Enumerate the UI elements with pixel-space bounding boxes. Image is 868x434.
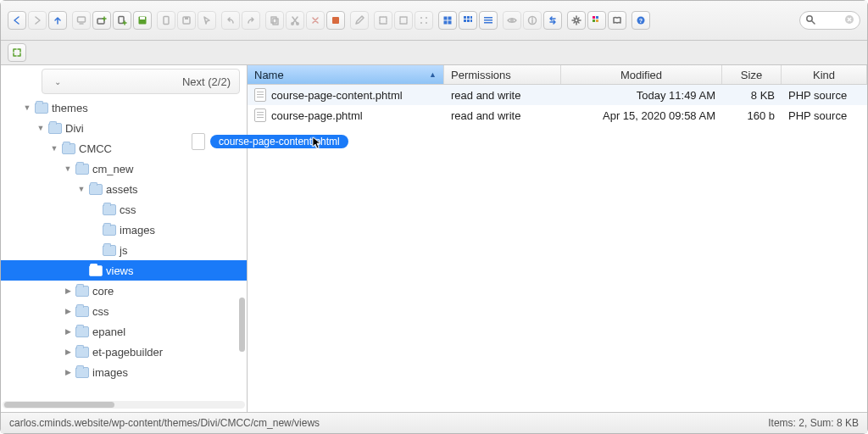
tree-item-divi[interactable]: ▼Divi [1, 118, 247, 138]
column-name-label: Name [254, 69, 284, 81]
disclosure-icon[interactable]: ▼ [23, 103, 31, 112]
file-row[interactable]: course-page-content.phtmlread and writeT… [248, 85, 867, 105]
tree-item-label: themes [52, 102, 240, 114]
folder-icon [75, 326, 89, 337]
select-dashed-icon[interactable] [394, 11, 413, 30]
column-name[interactable]: Name ▲ [248, 65, 444, 84]
folder-icon [89, 184, 103, 195]
column-permissions[interactable]: Permissions [444, 65, 561, 84]
tree-item-label: images [120, 224, 240, 236]
svg-rect-13 [380, 17, 387, 24]
view-large-icon[interactable] [438, 11, 457, 30]
tree-item-themes[interactable]: ▼themes [1, 97, 247, 118]
copy-icon[interactable] [265, 11, 284, 30]
column-size[interactable]: Size [722, 65, 782, 84]
tree-item-et-pagebuilder[interactable]: ▶et-pagebuilder [1, 342, 247, 362]
column-kind[interactable]: Kind [782, 65, 867, 84]
file-rows[interactable]: course-page-content.phtmlread and writeT… [248, 85, 867, 412]
file-list-header[interactable]: Name ▲ Permissions Modified Size Kind [248, 65, 867, 85]
forward-button[interactable] [28, 11, 47, 30]
tree-item-js[interactable]: js [1, 240, 247, 260]
view-list-icon[interactable] [479, 11, 498, 30]
disclosure-icon[interactable]: ▶ [64, 287, 72, 295]
monitor-icon[interactable] [72, 11, 91, 30]
disclosure-icon[interactable]: ▼ [36, 124, 45, 132]
save-icon[interactable] [177, 11, 196, 30]
file-row[interactable]: course-page.phtmlread and writeApr 15, 2… [248, 105, 867, 125]
tree-item-css[interactable]: ▶css [1, 301, 247, 321]
tree-nav-label: Next (2/2) [182, 75, 231, 88]
svg-rect-21 [444, 21, 448, 25]
folder-icon [103, 225, 116, 236]
svg-rect-9 [273, 19, 278, 25]
search-icon [805, 14, 815, 27]
new-file-icon[interactable] [113, 11, 131, 30]
pointer-icon[interactable] [198, 11, 216, 30]
svg-point-15 [420, 17, 422, 19]
tree-item-cm_new[interactable]: ▼cm_new [1, 159, 247, 179]
status-path: carlos.cminds.website/wp-content/themes/… [9, 417, 320, 429]
disclosure-icon[interactable]: ▼ [77, 185, 86, 193]
delete-icon[interactable] [306, 11, 325, 30]
undo-icon[interactable] [221, 11, 240, 30]
file-permissions: read and write [444, 109, 561, 122]
cut-icon[interactable] [286, 11, 304, 30]
fullscreen-icon[interactable] [8, 43, 26, 62]
disclosure-icon[interactable]: ▶ [64, 368, 72, 376]
page-icon[interactable] [157, 11, 175, 30]
column-modified[interactable]: Modified [561, 65, 722, 84]
app-icon[interactable] [326, 11, 345, 30]
tree-item-css[interactable]: css [1, 199, 247, 220]
disclosure-icon[interactable]: ▶ [64, 348, 72, 356]
up-button[interactable] [48, 11, 67, 30]
apps-icon[interactable] [587, 11, 606, 30]
tree-scrollbar-horizontal[interactable] [3, 401, 245, 409]
gear-icon[interactable] [567, 11, 586, 30]
folder-icon [62, 143, 75, 154]
file-size: 8 KB [722, 89, 782, 102]
tree-item-label: css [92, 305, 240, 318]
disclosure-icon[interactable]: ▼ [64, 164, 72, 173]
edit-icon[interactable] [350, 11, 369, 30]
select-rect-icon[interactable] [374, 11, 392, 30]
svg-rect-37 [593, 19, 595, 22]
svg-rect-24 [467, 16, 470, 19]
chevron-down-icon: ⌄ [54, 77, 61, 86]
svg-rect-23 [464, 16, 466, 19]
svg-rect-12 [332, 17, 339, 24]
search-field[interactable] [799, 11, 860, 30]
view-small-icon[interactable] [459, 11, 477, 30]
tree-item-images[interactable]: images [1, 220, 247, 240]
disclosure-icon[interactable]: ▼ [50, 144, 58, 153]
svg-point-18 [426, 22, 427, 24]
disclosure-icon[interactable]: ▶ [64, 327, 72, 336]
folder-icon [103, 204, 116, 215]
book-icon[interactable] [608, 11, 626, 30]
clear-search-icon[interactable] [844, 14, 854, 27]
svg-rect-22 [448, 21, 452, 25]
help-icon[interactable]: ? [632, 11, 650, 30]
back-button[interactable] [8, 11, 26, 30]
save-disk-icon[interactable] [133, 11, 152, 30]
tree-nav-dropdown[interactable]: ⌄ Next (2/2) [42, 69, 240, 94]
tree-item-images[interactable]: ▶images [1, 362, 247, 382]
tree-item-core[interactable]: ▶core [1, 281, 247, 301]
disclosure-icon[interactable]: ▶ [64, 307, 72, 315]
folder-tree[interactable]: ▼themes▼Divi▼CMCC▼cm_new▼assetscssimages… [1, 94, 247, 401]
folder-icon [103, 245, 116, 256]
tree-item-views[interactable]: views [1, 260, 247, 281]
tree-item-epanel[interactable]: ▶epanel [1, 321, 247, 342]
eye-icon[interactable] [503, 11, 521, 30]
tree-item-cmcc[interactable]: ▼CMCC [1, 138, 247, 159]
grid-dots-icon[interactable] [415, 11, 433, 30]
tree-item-label: assets [106, 183, 240, 196]
status-bar: carlos.cminds.website/wp-content/themes/… [1, 412, 867, 433]
new-folder-icon[interactable] [92, 11, 111, 30]
redo-icon[interactable] [242, 11, 260, 30]
info-icon[interactable] [523, 11, 542, 30]
tree-scrollbar-vertical[interactable] [239, 298, 245, 352]
svg-rect-28 [470, 19, 472, 22]
file-list-panel: Name ▲ Permissions Modified Size Kind co… [248, 65, 867, 412]
arrows-icon[interactable] [543, 11, 562, 30]
tree-item-assets[interactable]: ▼assets [1, 179, 247, 199]
